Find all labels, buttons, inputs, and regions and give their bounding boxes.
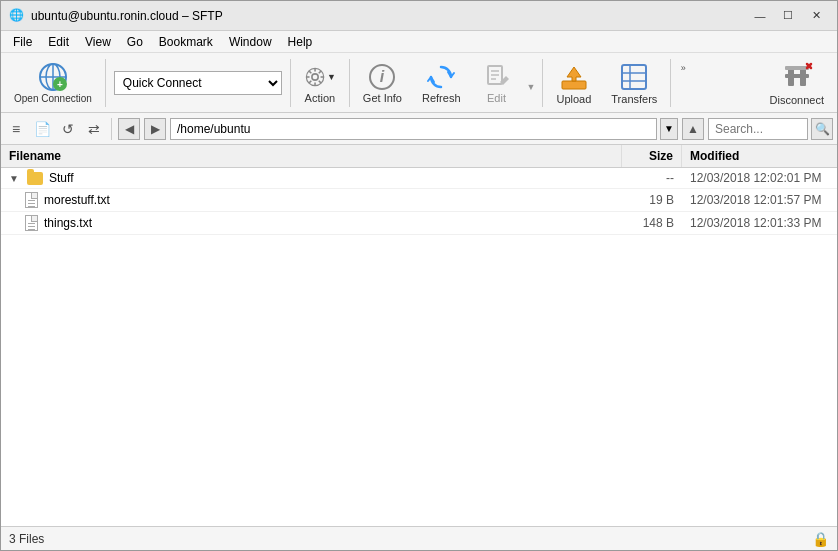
view-bookmark-button[interactable]: 📄 xyxy=(31,118,53,140)
window-title: ubuntu@ubuntu.ronin.cloud – SFTP xyxy=(31,9,223,23)
file-size-cell: 148 B xyxy=(622,213,682,233)
quick-connect-dropdown[interactable]: Quick Connect xyxy=(114,71,282,95)
edit-label: Edit xyxy=(487,92,506,104)
file-size-cell: -- xyxy=(622,168,682,188)
menu-file[interactable]: File xyxy=(5,33,40,51)
address-input[interactable] xyxy=(170,118,657,140)
file-name-label: things.txt xyxy=(44,216,92,230)
view-history-button[interactable]: ↺ xyxy=(57,118,79,140)
column-filename[interactable]: Filename xyxy=(1,145,622,167)
action-label: Action xyxy=(305,92,336,104)
more-icon: » xyxy=(681,63,686,73)
address-bar-row: ≡ 📄 ↺ ⇄ ◀ ▶ ▼ ▲ 🔍 xyxy=(1,113,837,145)
action-button[interactable]: ▼ Action xyxy=(295,57,345,109)
menu-bookmark[interactable]: Bookmark xyxy=(151,33,221,51)
svg-marker-23 xyxy=(567,67,581,81)
edit-dropdown-button[interactable]: ▼ xyxy=(524,57,539,109)
get-info-button[interactable]: i Get Info xyxy=(354,57,411,109)
transfers-button[interactable]: Transfers xyxy=(602,57,666,109)
table-row[interactable]: morestuff.txt 19 B 12/03/2018 12:01:57 P… xyxy=(1,189,837,212)
sync-icon: ⇄ xyxy=(88,121,100,137)
refresh-icon xyxy=(425,62,457,92)
get-info-label: Get Info xyxy=(363,92,402,104)
title-bar: 🌐 ubuntu@ubuntu.ronin.cloud – SFTP — ☐ ✕ xyxy=(1,1,837,31)
menu-view[interactable]: View xyxy=(77,33,119,51)
file-name-cell: ▼ Stuff xyxy=(1,168,622,188)
table-row[interactable]: things.txt 148 B 12/03/2018 12:01:33 PM xyxy=(1,212,837,235)
file-list-container: Filename Size Modified ▼ Stuff -- 12/03/… xyxy=(1,145,837,526)
disconnect-button[interactable]: Disconnect xyxy=(761,57,833,109)
back-button[interactable]: ◀ xyxy=(118,118,140,140)
toolbar-more-button[interactable]: » xyxy=(676,57,690,109)
svg-point-7 xyxy=(312,73,318,79)
refresh-button[interactable]: Refresh xyxy=(413,57,470,109)
transfers-label: Transfers xyxy=(611,93,657,105)
column-size[interactable]: Size xyxy=(622,145,682,167)
title-bar-left: 🌐 ubuntu@ubuntu.ronin.cloud – SFTP xyxy=(9,8,223,24)
svg-rect-22 xyxy=(562,81,586,89)
status-bar: 3 Files 🔒 xyxy=(1,526,837,550)
open-connection-button[interactable]: + Open Connection xyxy=(5,57,101,109)
edit-dropdown-arrow-icon: ▼ xyxy=(527,82,536,92)
view-list-button[interactable]: ≡ xyxy=(5,118,27,140)
file-name-cell: morestuff.txt xyxy=(1,189,622,211)
open-connection-label: Open Connection xyxy=(14,93,92,105)
svg-line-13 xyxy=(319,80,321,82)
search-button[interactable]: 🔍 xyxy=(811,118,833,140)
up-icon: ▲ xyxy=(687,122,699,136)
address-dropdown-icon: ▼ xyxy=(664,123,674,134)
edit-icon xyxy=(481,62,513,92)
transfers-icon xyxy=(618,61,650,93)
menu-window[interactable]: Window xyxy=(221,33,280,51)
up-directory-button[interactable]: ▲ xyxy=(682,118,704,140)
lock-icon: 🔒 xyxy=(812,531,829,547)
address-divider xyxy=(111,118,112,140)
folder-icon xyxy=(27,172,43,185)
upload-icon xyxy=(558,61,590,93)
disconnect-label: Disconnect xyxy=(770,94,824,106)
disconnect-icon xyxy=(781,60,813,94)
bookmark-icon: 📄 xyxy=(34,121,51,137)
address-dropdown-button[interactable]: ▼ xyxy=(660,118,678,140)
refresh-label: Refresh xyxy=(422,92,461,104)
open-connection-icon: + xyxy=(37,61,69,93)
action-icon: ▼ xyxy=(304,62,336,92)
file-icon xyxy=(25,192,38,208)
app-icon: 🌐 xyxy=(9,8,25,24)
edit-button[interactable]: Edit xyxy=(472,57,522,109)
file-modified-cell: 12/03/2018 12:02:01 PM xyxy=(682,168,837,188)
forward-icon: ▶ xyxy=(151,122,160,136)
file-name-label: Stuff xyxy=(49,171,73,185)
close-button[interactable]: ✕ xyxy=(803,6,829,26)
menu-edit[interactable]: Edit xyxy=(40,33,77,51)
expand-arrow-icon: ▼ xyxy=(9,173,19,184)
search-input[interactable] xyxy=(708,118,808,140)
window-controls: — ☐ ✕ xyxy=(747,6,829,26)
history-icon: ↺ xyxy=(62,121,74,137)
view-sync-button[interactable]: ⇄ xyxy=(83,118,105,140)
menu-help[interactable]: Help xyxy=(280,33,321,51)
file-modified-cell: 12/03/2018 12:01:57 PM xyxy=(682,190,837,210)
svg-line-14 xyxy=(319,71,321,73)
file-count-label: 3 Files xyxy=(9,532,44,546)
svg-line-15 xyxy=(309,80,311,82)
table-row[interactable]: ▼ Stuff -- 12/03/2018 12:02:01 PM xyxy=(1,168,837,189)
svg-text:+: + xyxy=(57,79,63,90)
column-modified[interactable]: Modified xyxy=(682,145,837,167)
back-icon: ◀ xyxy=(125,122,134,136)
search-icon: 🔍 xyxy=(815,122,830,136)
get-info-icon: i xyxy=(366,62,398,92)
menu-go[interactable]: Go xyxy=(119,33,151,51)
svg-rect-24 xyxy=(622,65,646,89)
toolbar: + Open Connection Quick Connect xyxy=(1,53,837,113)
quick-connect-area: Quick Connect xyxy=(114,57,282,109)
svg-rect-31 xyxy=(785,66,809,70)
upload-button[interactable]: Upload xyxy=(547,57,600,109)
minimize-button[interactable]: — xyxy=(747,6,773,26)
file-name-cell: things.txt xyxy=(1,212,622,234)
forward-button[interactable]: ▶ xyxy=(144,118,166,140)
toolbar-separator-5 xyxy=(670,59,671,107)
maximize-button[interactable]: ☐ xyxy=(775,6,801,26)
toolbar-separator-4 xyxy=(542,59,543,107)
svg-line-12 xyxy=(309,71,311,73)
